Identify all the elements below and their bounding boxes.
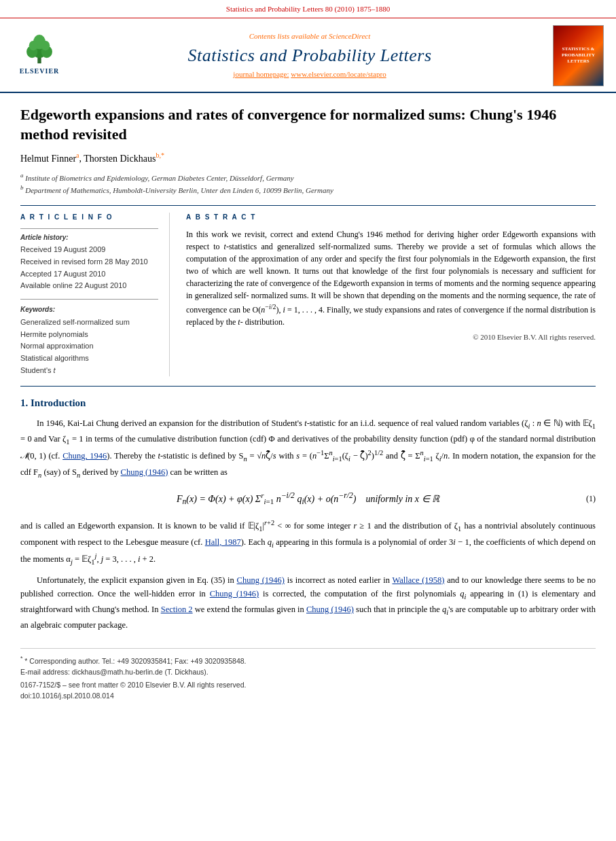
formula-1-number: (1)	[586, 493, 596, 505]
introduction-section-title: 1. Introduction	[20, 396, 596, 411]
accepted-date: Accepted 17 August 2010	[20, 268, 158, 281]
info-divider	[20, 228, 158, 229]
section-divider	[20, 205, 596, 206]
chung-1946-ref-5[interactable]: Chung (1946)	[306, 605, 354, 614]
doi-line: doi:10.1016/j.spl.2010.08.014	[20, 691, 596, 701]
homepage-url[interactable]: www.elsevier.com/locate/stapro	[291, 70, 386, 78]
affiliations-block: a Institute of Biometrics and Epidemiolo…	[20, 171, 596, 196]
article-title: Edgeworth expansions and rates of conver…	[20, 105, 596, 144]
introduction-paragraph-1: In 1946, Kai-Lai Chung derived an expans…	[20, 416, 596, 481]
keyword-1: Generalized self-normalized sum	[20, 317, 158, 329]
affiliation-a: Institute of Biometrics and Epidemiology…	[25, 174, 293, 182]
issn-line: 0167-7152/$ – see front matter © 2010 El…	[20, 680, 596, 690]
elsevier-brand-text: ELSEVIER	[20, 67, 60, 77]
chung-1946-ref-2[interactable]: Chung (1946)	[121, 467, 168, 477]
keyword-4: Statistical algorithms	[20, 353, 158, 365]
sciencedirect-link[interactable]: ScienceDirect	[329, 32, 370, 40]
abstract-header: A B S T R A C T	[186, 213, 596, 223]
section-2-ref[interactable]: Section 2	[161, 605, 193, 614]
chung-1946-ref-4[interactable]: Chung (1946)	[210, 589, 259, 598]
corresponding-author-note: * * Corresponding author. Tel.: +49 3020…	[20, 654, 596, 666]
chung-1946-ref-1[interactable]: Chung, 1946	[62, 451, 107, 461]
abstract-text: In this work we revisit, correct and ext…	[186, 228, 596, 328]
keywords-label: Keywords:	[20, 305, 158, 315]
journal-cover-image: STATISTICS & PROBABILITY LETTERS	[553, 25, 604, 86]
journal-citation-text: Statistics and Probability Letters 80 (2…	[226, 5, 390, 13]
affiliation-b: Department of Mathematics, Humboldt-Univ…	[25, 186, 333, 194]
wallace-1958-ref[interactable]: Wallace (1958)	[393, 575, 445, 585]
keyword-5: Student's t	[20, 365, 158, 377]
formula-1: Fn(x) = Φ(x) + φ(x) Σri=1 n−i/2 qi(x) + …	[20, 490, 596, 508]
journal-header: ELSEVIER Contents lists available at Sci…	[0, 18, 616, 93]
elsevier-tree-icon	[19, 35, 60, 65]
section-number: 1.	[20, 397, 28, 408]
hall-1987-ref[interactable]: Hall, 1987	[205, 537, 241, 547]
journal-cover-text: STATISTICS & PROBABILITY LETTERS	[562, 46, 595, 65]
abstract-column: A B S T R A C T In this work we revisit,…	[186, 213, 596, 376]
journal-title-block: Contents lists available at ScienceDirec…	[75, 31, 545, 79]
chung-1946-ref-3[interactable]: Chung (1946)	[237, 575, 285, 585]
copyright-notice: © 2010 Elsevier B.V. All rights reserved…	[186, 332, 596, 343]
introduction-paragraph-2: and is called an Edgeworth expansion. It…	[20, 518, 596, 568]
sciencedirect-label: Contents lists available at ScienceDirec…	[75, 31, 545, 42]
content-divider	[20, 386, 596, 387]
keyword-3: Normal approximation	[20, 340, 158, 353]
journal-homepage: journal homepage: www.elsevier.com/locat…	[75, 69, 545, 80]
keyword-2: Hermite polynomials	[20, 329, 158, 341]
section-title-text: Introduction	[31, 397, 86, 408]
received-date: Received 19 August 2009	[20, 244, 158, 256]
history-label: Article history:	[20, 233, 158, 243]
email-note: E-mail address: dickhaus@math.hu-berlin.…	[20, 667, 596, 678]
info-abstract-section: A R T I C L E I N F O Article history: R…	[20, 213, 596, 376]
journal-citation-bar: Statistics and Probability Letters 80 (2…	[0, 0, 616, 18]
introduction-paragraph-3: Unfortunately, the explicit expansion gi…	[20, 573, 596, 632]
svg-point-5	[29, 41, 38, 50]
keywords-divider	[20, 299, 158, 300]
article-info-header: A R T I C L E I N F O	[20, 213, 158, 223]
svg-point-6	[41, 41, 50, 50]
article-history-group: Article history: Received 19 August 2009…	[20, 233, 158, 292]
elsevier-logo-block: ELSEVIER	[12, 35, 67, 77]
article-info-column: A R T I C L E I N F O Article history: R…	[20, 213, 170, 376]
journal-title: Statistics and Probability Letters	[75, 45, 545, 66]
formula-1-content: Fn(x) = Φ(x) + φ(x) Σri=1 n−i/2 qi(x) + …	[177, 490, 439, 508]
authors-line: Helmut Finnera, Thorsten Dickhausb,*	[20, 151, 596, 166]
main-content: Edgeworth expansions and rates of conver…	[0, 93, 616, 713]
available-date: Available online 22 August 2010	[20, 280, 158, 292]
revised-date: Received in revised form 28 May 2010	[20, 256, 158, 268]
footnote-section: * * Corresponding author. Tel.: +49 3020…	[20, 648, 596, 700]
